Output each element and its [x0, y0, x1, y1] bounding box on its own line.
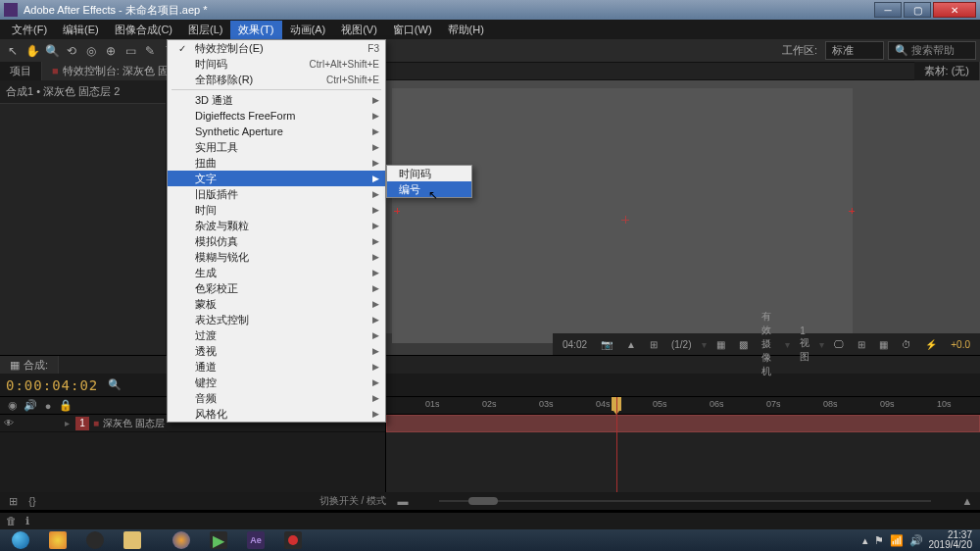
menu-animation[interactable]: 动画(A) — [282, 21, 334, 39]
submenu-item[interactable]: 时间码 — [387, 166, 471, 181]
menu-item[interactable]: Digieffects FreeForm▶ — [168, 108, 385, 124]
camera-icon[interactable]: 📷 — [597, 339, 616, 350]
toggle-switches-label[interactable]: 切换开关 / 模式 — [319, 494, 386, 508]
menu-item[interactable]: Synthetic Aperture▶ — [168, 124, 385, 139]
speaker-icon[interactable] — [18, 418, 29, 429]
timecode-icon[interactable]: ⏱ — [898, 339, 915, 350]
lock-icon[interactable]: 🔒 — [59, 399, 73, 413]
grid-icon[interactable]: ⊞ — [646, 339, 662, 350]
rotate-tool-icon[interactable]: ⟲ — [63, 42, 80, 60]
av-icon[interactable]: 🔊 — [24, 399, 37, 413]
task-app-green[interactable]: ▶ — [201, 530, 236, 550]
timeline-timecode[interactable]: 0:00:04:02 — [6, 377, 98, 393]
menu-effect[interactable]: 效果(T) — [230, 21, 281, 39]
display-icon[interactable]: 🖵 — [830, 339, 848, 350]
menu-item[interactable]: 扭曲▶ — [168, 155, 385, 171]
task-explorer[interactable] — [115, 530, 150, 550]
tab-footage[interactable]: 素材: (无) — [914, 62, 980, 80]
menu-item[interactable]: 文字▶ — [168, 171, 385, 186]
menu-item[interactable]: 色彩校正▶ — [168, 280, 385, 296]
task-firefox[interactable] — [164, 530, 199, 550]
close-button[interactable]: ✕ — [933, 2, 976, 18]
zoom-in-icon[interactable]: ▲ — [960, 494, 974, 508]
timeline-zoom-slider[interactable] — [439, 496, 931, 506]
brace-icon[interactable]: {} — [25, 494, 39, 508]
tab-project[interactable]: 项目 — [0, 62, 42, 80]
start-button[interactable] — [2, 530, 39, 550]
guide-icon[interactable]: ⊞ — [854, 339, 869, 350]
menu-item[interactable]: 全部移除(R)Ctrl+Shift+E — [168, 72, 385, 87]
timeline-ruler[interactable]: 01s02s03s04s05s06s07s08s09s10s — [386, 397, 980, 415]
menu-item[interactable]: 蒙板▶ — [168, 296, 385, 312]
camera-tool-icon[interactable]: ◎ — [82, 42, 100, 60]
task-chrome[interactable] — [40, 530, 75, 550]
layer-bar[interactable] — [386, 415, 980, 432]
eye-icon[interactable]: 👁 — [4, 418, 16, 429]
selection-tool-icon[interactable]: ↖ — [4, 42, 22, 60]
shy-icon[interactable]: ◉ — [6, 399, 20, 413]
chevron-right-icon[interactable]: ▸ — [65, 418, 70, 428]
search-icon[interactable]: 🔍 — [108, 378, 122, 392]
viewer-camera[interactable]: 有效摄像机 — [758, 310, 780, 378]
menu-item[interactable]: 通道▶ — [168, 359, 385, 375]
menu-item[interactable]: 旧版插件▶ — [168, 186, 385, 202]
volume-icon[interactable]: 🔊 — [909, 534, 923, 547]
menu-item[interactable]: 时间▶ — [168, 202, 385, 218]
menu-composition[interactable]: 图像合成(C) — [107, 21, 180, 39]
menu-item[interactable]: 风格化▶ — [168, 406, 385, 422]
task-record[interactable] — [275, 530, 311, 550]
wifi-icon[interactable]: 📶 — [890, 534, 904, 547]
chevron-up-icon[interactable]: ▴ — [862, 534, 868, 547]
task-qq[interactable] — [77, 530, 113, 550]
system-clock[interactable]: 21:37 2019/4/20 — [929, 530, 973, 550]
lock-small-icon[interactable] — [45, 418, 57, 429]
menu-item[interactable]: 表达式控制▶ — [168, 312, 385, 327]
menu-view[interactable]: 视图(V) — [333, 21, 385, 39]
menu-help[interactable]: 帮助(H) — [440, 21, 492, 39]
zoom-tool-icon[interactable]: 🔍 — [43, 42, 61, 60]
hand-tool-icon[interactable]: ✋ — [24, 42, 41, 60]
task-after-effects[interactable]: Ae — [238, 530, 273, 550]
submenu-item[interactable]: 编号 — [387, 181, 471, 197]
menu-item[interactable]: 生成▶ — [168, 265, 385, 280]
viewer-time[interactable]: 04:02 — [559, 339, 591, 350]
rect-tool-icon[interactable]: ▭ — [122, 42, 139, 60]
anchor-tool-icon[interactable]: ⊕ — [102, 42, 120, 60]
menu-item[interactable]: 模拟仿真▶ — [168, 233, 385, 249]
viewer-zoom[interactable]: (1/2) — [667, 339, 696, 350]
triangle-icon[interactable]: ▲ — [622, 339, 640, 350]
viewer-exposure[interactable]: +0.0 — [947, 339, 974, 350]
timeline-tracks[interactable] — [386, 415, 980, 492]
info-icon[interactable]: ℹ — [25, 515, 39, 528]
menu-item[interactable]: 音频▶ — [168, 390, 385, 406]
search-help-input[interactable]: 🔍 搜索帮助 — [888, 41, 976, 60]
toggle-switches-icon[interactable]: ⊞ — [6, 494, 20, 508]
channel-icon[interactable]: ▦ — [712, 339, 729, 350]
solo-icon[interactable]: ● — [41, 399, 55, 413]
menu-window[interactable]: 窗口(W) — [385, 21, 440, 39]
menu-item[interactable]: ✓特效控制台(E)F3 — [168, 40, 385, 56]
zoom-out-icon[interactable]: ▬ — [396, 494, 410, 508]
viewer-views[interactable]: 1 视图 — [796, 326, 813, 364]
solo-dot-icon[interactable] — [31, 418, 43, 429]
menu-item[interactable]: 杂波与颗粒▶ — [168, 218, 385, 233]
menu-item[interactable]: 键控▶ — [168, 375, 385, 390]
menu-item[interactable]: 过渡▶ — [168, 327, 385, 343]
fast-preview-icon[interactable]: ⚡ — [921, 339, 941, 350]
pen-tool-icon[interactable]: ✎ — [141, 42, 159, 60]
bin-icon[interactable]: 🗑 — [6, 515, 20, 528]
menu-item[interactable]: 模糊与锐化▶ — [168, 249, 385, 265]
mask-icon[interactable]: ▩ — [735, 339, 752, 350]
menu-edit[interactable]: 编辑(E) — [55, 21, 107, 39]
layer-name[interactable]: 深灰色 固态层 — [103, 417, 165, 430]
menu-item[interactable]: 透视▶ — [168, 343, 385, 359]
menu-item[interactable]: 3D 通道▶ — [168, 92, 385, 108]
flag-icon[interactable]: ⚑ — [874, 534, 884, 547]
tab-timeline[interactable]: ▦合成: — [0, 356, 59, 375]
minimize-button[interactable]: ─ — [874, 2, 902, 18]
menu-item[interactable]: 实用工具▶ — [168, 139, 385, 155]
menu-file[interactable]: 文件(F) — [4, 21, 55, 39]
menu-layer[interactable]: 图层(L) — [180, 21, 230, 39]
workspace-select[interactable]: 标准 — [825, 41, 884, 60]
pixel-icon[interactable]: ▦ — [875, 339, 892, 350]
